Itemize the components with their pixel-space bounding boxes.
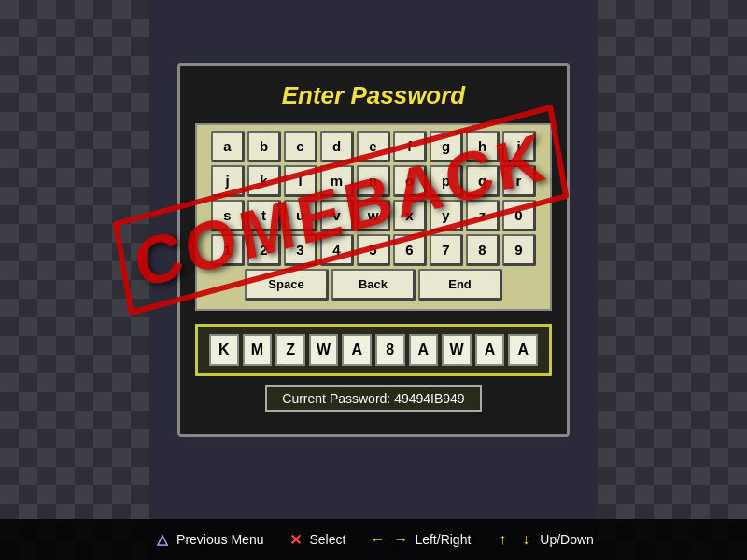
- key-2[interactable]: 2: [247, 234, 281, 266]
- key-x[interactable]: x: [393, 200, 427, 231]
- key-row-2: j k l m n o p q r: [203, 165, 544, 197]
- current-password-section: Current Password: 49494IB949: [195, 385, 552, 412]
- key-g[interactable]: g: [430, 131, 463, 162]
- key-1[interactable]: 1: [211, 234, 245, 266]
- key-f[interactable]: f: [393, 131, 427, 162]
- char-1: M: [243, 334, 273, 366]
- key-6[interactable]: 6: [393, 234, 427, 266]
- key-3[interactable]: 3: [284, 234, 317, 266]
- key-j[interactable]: j: [211, 165, 245, 197]
- key-e[interactable]: e: [357, 131, 390, 162]
- up-arrow-icon: ↑: [493, 530, 512, 549]
- bottom-bar: △ Previous Menu ✕ Select ← → Left/Right …: [0, 519, 747, 560]
- main-panel: Enter Password a b c d e f g h i j k l m…: [177, 63, 570, 437]
- right-arrow-icon: →: [391, 530, 410, 549]
- key-back[interactable]: Back: [331, 269, 416, 301]
- char-8: A: [475, 334, 505, 366]
- key-y[interactable]: y: [430, 200, 463, 231]
- triangle-icon: △: [153, 530, 172, 549]
- key-c[interactable]: c: [284, 131, 317, 162]
- previous-menu-item[interactable]: △ Previous Menu: [153, 530, 263, 549]
- key-0[interactable]: 0: [502, 200, 536, 231]
- char-7: W: [442, 334, 472, 366]
- current-password-value: 49494IB949: [394, 391, 465, 406]
- key-w[interactable]: w: [357, 200, 390, 231]
- down-arrow-icon: ↓: [516, 530, 535, 549]
- char-9: A: [508, 334, 538, 366]
- key-r[interactable]: r: [502, 165, 536, 197]
- key-4[interactable]: 4: [320, 234, 354, 266]
- key-d[interactable]: d: [320, 131, 354, 162]
- select-label: Select: [309, 532, 345, 547]
- panel-title: Enter Password: [195, 81, 552, 110]
- key-9[interactable]: 9: [502, 234, 536, 266]
- key-v[interactable]: v: [320, 200, 354, 231]
- key-u[interactable]: u: [284, 200, 317, 231]
- key-t[interactable]: t: [247, 200, 281, 231]
- key-row-4: 1 2 3 4 5 6 7 8 9: [203, 234, 544, 266]
- up-down-item[interactable]: ↑ ↓ Up/Down: [493, 530, 594, 549]
- current-password-box: Current Password: 49494IB949: [265, 385, 481, 412]
- key-z[interactable]: z: [466, 200, 500, 231]
- checker-right: [598, 0, 747, 560]
- char-3: W: [309, 334, 339, 366]
- char-5: 8: [375, 334, 405, 366]
- key-o[interactable]: o: [393, 165, 427, 197]
- current-password-label: Current Password:: [282, 391, 390, 406]
- keyboard-container: a b c d e f g h i j k l m n o p q r s t …: [195, 123, 552, 311]
- key-s[interactable]: s: [211, 200, 245, 231]
- key-p[interactable]: p: [430, 165, 463, 197]
- key-n[interactable]: n: [357, 165, 390, 197]
- left-right-item[interactable]: ← → Left/Right: [368, 530, 471, 549]
- key-row-3: s t u v w x y z 0: [203, 200, 544, 231]
- key-space[interactable]: Space: [245, 269, 329, 301]
- key-a[interactable]: a: [211, 131, 245, 162]
- up-down-label: Up/Down: [540, 532, 594, 547]
- left-right-label: Left/Right: [415, 532, 471, 547]
- key-h[interactable]: h: [466, 131, 500, 162]
- key-i[interactable]: i: [502, 131, 536, 162]
- key-8[interactable]: 8: [466, 234, 500, 266]
- key-b[interactable]: b: [247, 131, 281, 162]
- key-q[interactable]: q: [466, 165, 500, 197]
- x-icon: ✕: [286, 530, 304, 549]
- key-l[interactable]: l: [284, 165, 317, 197]
- char-2: Z: [275, 334, 305, 366]
- key-end[interactable]: End: [418, 269, 502, 301]
- previous-menu-label: Previous Menu: [176, 532, 263, 547]
- checker-left: [0, 0, 149, 560]
- key-5[interactable]: 5: [357, 234, 390, 266]
- password-input-box: K M Z W A 8 A W A A: [195, 324, 552, 376]
- key-7[interactable]: 7: [430, 234, 463, 266]
- key-row-1: a b c d e f g h i: [203, 131, 544, 162]
- left-arrow-icon: ←: [368, 530, 387, 549]
- char-6: A: [409, 334, 439, 366]
- key-row-5: Space Back End: [203, 269, 544, 301]
- select-item[interactable]: ✕ Select: [286, 530, 345, 549]
- key-m[interactable]: m: [320, 165, 354, 197]
- key-k[interactable]: k: [247, 165, 281, 197]
- char-4: A: [342, 334, 372, 366]
- char-0: K: [209, 334, 239, 366]
